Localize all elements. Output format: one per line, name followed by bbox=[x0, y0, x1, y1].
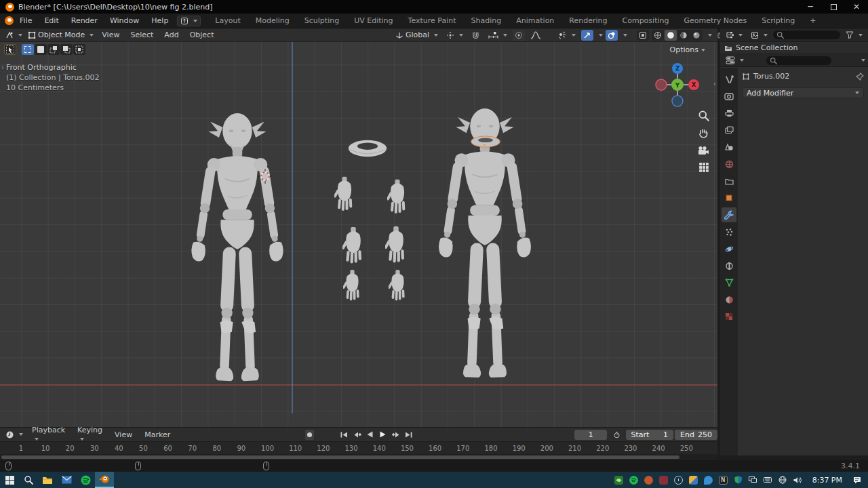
tray-icon-defender[interactable] bbox=[734, 476, 743, 485]
spotify-app-button[interactable] bbox=[76, 472, 95, 488]
current-frame-field[interactable]: 1 bbox=[574, 430, 607, 440]
tray-icon-spotify[interactable] bbox=[629, 476, 638, 485]
frame-tick-label[interactable]: 1 bbox=[16, 445, 26, 452]
tray-icon-notes[interactable]: N bbox=[719, 476, 728, 485]
tray-icon-clock[interactable] bbox=[674, 476, 683, 485]
topbar-menu-item[interactable]: Window bbox=[104, 16, 145, 25]
outliner-search-input[interactable] bbox=[773, 30, 840, 39]
timeline-editor-type-button[interactable] bbox=[3, 429, 26, 440]
frame-tick-label[interactable]: 200 bbox=[540, 445, 553, 452]
spare-hand[interactable] bbox=[389, 270, 407, 301]
notification-center-button[interactable] bbox=[852, 476, 861, 485]
torus-collar-selected[interactable] bbox=[467, 134, 504, 149]
viewport-menu-item[interactable]: Add bbox=[159, 30, 184, 39]
tray-icon-keyboard[interactable] bbox=[764, 476, 772, 485]
workspace-tab[interactable]: Scripting bbox=[754, 15, 802, 26]
mail-app-button[interactable] bbox=[57, 472, 76, 488]
close-button[interactable]: ✕ bbox=[845, 0, 868, 14]
snap-toggle[interactable] bbox=[469, 30, 483, 41]
frame-tick-label[interactable]: 30 bbox=[90, 445, 99, 452]
tab-render[interactable] bbox=[722, 89, 736, 104]
workspace-tab[interactable]: Sculpting bbox=[297, 15, 347, 26]
frame-tick-label[interactable]: 100 bbox=[261, 445, 274, 452]
topbar-menu-item[interactable]: Render bbox=[65, 16, 104, 25]
outliner-display-mode-button[interactable] bbox=[748, 30, 770, 41]
shading-rendered-button[interactable] bbox=[690, 30, 703, 41]
camera-view-icon[interactable] bbox=[697, 145, 709, 156]
shading-wireframe-button[interactable] bbox=[652, 30, 664, 41]
tray-icon-browser[interactable] bbox=[644, 476, 653, 485]
transform-orientation-dropdown[interactable]: Global bbox=[393, 30, 441, 41]
shading-material-button[interactable] bbox=[677, 30, 690, 41]
tab-particles[interactable] bbox=[722, 224, 736, 239]
tab-material[interactable] bbox=[722, 292, 736, 307]
editor-type-button[interactable] bbox=[3, 30, 25, 41]
workspace-tab[interactable]: Geometry Nodes bbox=[676, 15, 754, 26]
minimize-button[interactable]: ─ bbox=[799, 0, 822, 14]
frame-tick-label[interactable]: 70 bbox=[188, 445, 197, 452]
xray-toggle[interactable] bbox=[637, 30, 649, 41]
options-dropdown[interactable]: Options bbox=[670, 45, 705, 54]
overlays-toggle[interactable] bbox=[606, 30, 618, 41]
blender-menu-icon[interactable] bbox=[5, 16, 14, 25]
gizmos-toggle[interactable] bbox=[581, 30, 593, 41]
workspace-tab[interactable]: Animation bbox=[509, 15, 561, 26]
select-mode-intersect-button[interactable] bbox=[73, 44, 85, 55]
tray-icon-volume[interactable] bbox=[793, 476, 802, 485]
workspace-tab[interactable]: Texture Paint bbox=[401, 15, 464, 26]
snap-target-dropdown[interactable] bbox=[486, 30, 510, 41]
frame-tick-label[interactable]: 130 bbox=[345, 445, 358, 452]
workspace-tab[interactable]: Layout bbox=[208, 15, 248, 26]
frame-start-field[interactable]: Start 1 bbox=[626, 430, 674, 440]
jump-to-end-button[interactable] bbox=[403, 430, 414, 440]
proportional-falloff-dropdown[interactable] bbox=[528, 30, 544, 41]
frame-tick-label[interactable]: 110 bbox=[289, 445, 302, 452]
workspace-tool-button[interactable] bbox=[177, 16, 201, 26]
tab-physics[interactable] bbox=[722, 241, 736, 256]
frame-tick-label[interactable]: 50 bbox=[138, 445, 148, 452]
breadcrumb-object-name[interactable]: Torus.002 bbox=[753, 72, 789, 81]
pan-hand-icon[interactable] bbox=[698, 127, 709, 139]
select-mode-new-button[interactable] bbox=[35, 44, 47, 55]
auto-keying-button[interactable] bbox=[305, 430, 314, 440]
taskbar-clock[interactable]: 8:37 PM bbox=[808, 476, 846, 485]
viewport-menu-item[interactable]: Object bbox=[184, 30, 220, 39]
mode-selector[interactable]: Object Mode bbox=[25, 30, 96, 41]
select-mode-subtract-button[interactable] bbox=[60, 44, 73, 55]
workspace-tab[interactable]: Modeling bbox=[248, 15, 297, 26]
select-mode-tweak-button[interactable] bbox=[22, 44, 34, 55]
topbar-menu-item[interactable]: Help bbox=[145, 16, 174, 25]
frame-tick-label[interactable]: 230 bbox=[624, 445, 637, 452]
workspace-tab[interactable]: Shading bbox=[464, 15, 509, 26]
tray-icon-network[interactable] bbox=[778, 476, 787, 485]
outliner-editor-type-button[interactable] bbox=[723, 30, 745, 41]
topbar-menu-item[interactable]: File bbox=[14, 16, 38, 25]
active-tool-select-box-button[interactable] bbox=[4, 44, 16, 55]
viewport-menu-item[interactable]: View bbox=[96, 30, 125, 39]
pin-icon[interactable] bbox=[856, 73, 864, 81]
workspace-tab[interactable]: Compositing bbox=[615, 15, 677, 26]
timeline-ruler[interactable]: 1102030405060708090100110120130140150160… bbox=[0, 441, 717, 454]
tray-icon-app-red[interactable] bbox=[659, 476, 668, 485]
frame-tick-label[interactable]: 240 bbox=[652, 445, 665, 452]
properties-editor-type-button[interactable] bbox=[723, 55, 747, 66]
workspace-tab[interactable]: UV Editing bbox=[347, 15, 400, 26]
frame-tick-label[interactable]: 20 bbox=[65, 445, 75, 452]
outliner-item-scene-collection[interactable]: Scene Collection bbox=[720, 43, 868, 53]
shading-solid-button[interactable] bbox=[665, 30, 677, 41]
tray-icon-nvidia[interactable] bbox=[614, 476, 623, 485]
tab-tool[interactable] bbox=[722, 72, 736, 87]
action-figure-left[interactable] bbox=[177, 106, 298, 388]
sidebar-collapse-arrow[interactable]: ‹ bbox=[713, 80, 716, 87]
tab-modifiers[interactable] bbox=[722, 207, 736, 222]
navigation-gizmo[interactable]: Z X Y bbox=[655, 62, 700, 107]
frame-tick-label[interactable]: 190 bbox=[513, 445, 526, 452]
frame-tick-label[interactable]: 40 bbox=[114, 445, 123, 452]
frame-tick-label[interactable]: 160 bbox=[429, 445, 441, 452]
zoom-icon[interactable] bbox=[698, 110, 709, 121]
frame-tick-label[interactable]: 120 bbox=[317, 445, 330, 452]
frame-tick-label[interactable]: 250 bbox=[680, 445, 693, 452]
torus-ring-object[interactable] bbox=[347, 138, 388, 159]
tab-scene[interactable] bbox=[722, 140, 736, 155]
tab-constraints[interactable] bbox=[722, 258, 736, 273]
